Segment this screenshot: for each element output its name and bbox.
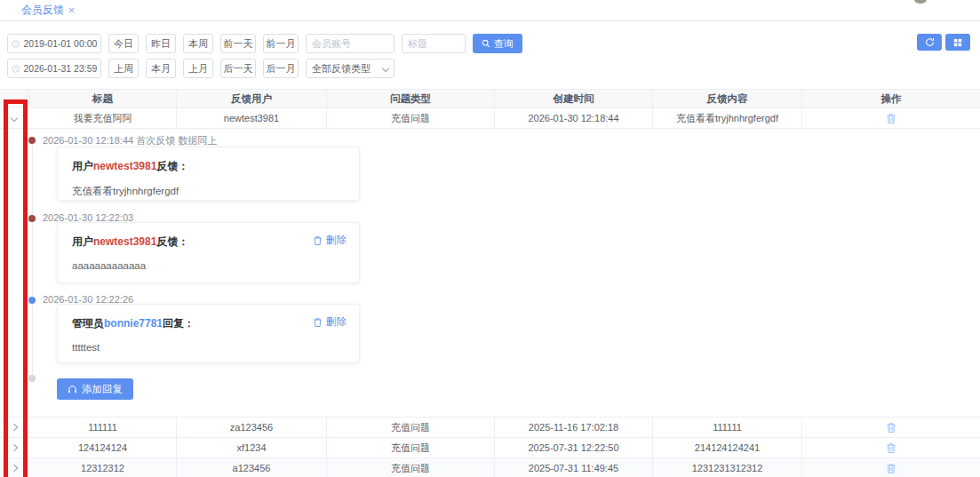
expand-toggle[interactable]	[0, 458, 29, 477]
clock-icon	[12, 64, 20, 74]
expand-toggle[interactable]	[0, 438, 29, 457]
quick-yesterday-button[interactable]: 昨日	[146, 34, 176, 53]
add-reply-label: 添加回复	[82, 383, 123, 396]
delete-label: 删除	[326, 234, 347, 247]
search-button[interactable]: 查询	[473, 34, 522, 53]
role-label: 用户	[72, 235, 93, 248]
chevron-down-icon	[11, 115, 18, 122]
row-actions	[802, 458, 980, 477]
timeline-time: 2026-01-30 12:18:44 首次反馈 数据同上	[43, 134, 217, 147]
quick-last-month-button[interactable]: 上月	[183, 59, 213, 78]
delete-reply-button[interactable]: 删除	[313, 315, 347, 329]
quick-this-month-button[interactable]: 本月	[146, 59, 176, 78]
end-date-input[interactable]	[7, 59, 101, 78]
filter-row-2: 上周 本月 上月 后一天 后一月 全部反馈类型	[7, 59, 973, 78]
row-user: xf1234	[177, 438, 327, 457]
tab-label: 会员反馈	[21, 3, 64, 18]
quick-last-week-button[interactable]: 上周	[108, 59, 139, 78]
row-actions	[802, 438, 980, 457]
member-feedback-page: 会员反馈 × 今日 昨日 本周 前一天 前一月 查询	[0, 0, 980, 477]
quick-today-button[interactable]: 今日	[108, 34, 139, 53]
row-created: 2025-11-16 17:02:18	[495, 417, 653, 437]
row-created: 2025-07-31 11:49:45	[495, 458, 653, 477]
chevron-down-icon	[382, 65, 389, 72]
row-created: 2026-01-30 12:18:44	[495, 108, 653, 128]
card-content: aaaaaaaaaaaaa	[72, 260, 345, 271]
filter-bar: 今日 昨日 本周 前一天 前一月 查询	[7, 34, 973, 83]
clock-icon	[12, 39, 20, 49]
table-row-expanded[interactable]: 我要充值阿阿 newtest3981 充值问题 2026-01-30 12:18…	[0, 108, 980, 129]
search-button-label: 查询	[494, 37, 514, 51]
row-type: 充值问题	[327, 438, 495, 457]
header-type: 问题类型	[327, 90, 495, 107]
delete-icon[interactable]	[886, 463, 896, 474]
title-input[interactable]	[408, 38, 459, 49]
grid-icon	[953, 38, 962, 47]
table-row[interactable]: 12312312 a123456 充值问题 2025-07-31 11:49:4…	[0, 458, 980, 477]
title-field[interactable]	[402, 34, 466, 53]
row-actions	[802, 108, 980, 128]
row-content: 214124124241	[653, 438, 802, 457]
refresh-button[interactable]	[917, 34, 942, 51]
delete-label: 删除	[326, 315, 347, 329]
reply-card: 管理员bonnie7781回复： tttttest 删除	[57, 304, 360, 363]
feedback-type-select[interactable]: 全部反馈类型	[306, 59, 394, 78]
add-reply-button[interactable]: 添加回复	[57, 378, 133, 400]
delete-icon[interactable]	[886, 422, 896, 433]
feedback-card: 用户newtest3981反馈： aaaaaaaaaaaaa 删除	[57, 222, 360, 283]
headset-icon	[68, 385, 77, 394]
row-content: 111111	[653, 417, 802, 437]
delete-icon	[313, 317, 323, 328]
member-account-input[interactable]	[312, 38, 388, 49]
header-title: 标题	[29, 90, 177, 107]
action-label: 反馈：	[156, 160, 188, 172]
end-date-value[interactable]	[23, 63, 97, 74]
timeline-dot-feedback	[28, 137, 36, 144]
collapse-toggle[interactable]	[0, 108, 29, 128]
chevron-right-icon	[11, 465, 18, 472]
timeline-line	[32, 143, 33, 379]
delete-icon[interactable]	[886, 442, 896, 454]
delete-icon	[313, 235, 323, 246]
search-icon	[482, 39, 490, 48]
row-user: za123456	[177, 417, 327, 437]
quick-next-month-button[interactable]: 后一月	[263, 59, 299, 78]
table-row[interactable]: 111111 za123456 充值问题 2025-11-16 17:02:18…	[0, 417, 980, 438]
quick-prev-month-button[interactable]: 前一月	[263, 34, 299, 53]
tab-close-icon[interactable]: ×	[68, 5, 75, 16]
feedback-type-value: 全部反馈类型	[312, 62, 370, 76]
filter-row-1: 今日 昨日 本周 前一天 前一月 查询	[7, 34, 973, 53]
start-date-input[interactable]	[7, 34, 101, 53]
row-type: 充值问题	[327, 417, 495, 437]
row-title: 111111	[29, 417, 177, 437]
feedback-thread-panel: 2026-01-30 12:18:44 首次反馈 数据同上 用户newtest3…	[0, 129, 980, 417]
username: bonnie7781	[104, 317, 163, 330]
timeline-dot-pending	[28, 375, 36, 382]
header-actions: 操作	[802, 90, 980, 107]
refresh-icon	[925, 37, 935, 47]
header-created: 创建时间	[495, 90, 653, 107]
row-actions	[802, 417, 980, 437]
table-row[interactable]: 124124124 xf1234 充值问题 2025-07-31 12:22:5…	[0, 438, 980, 458]
row-title: 我要充值阿阿	[29, 108, 177, 128]
row-created: 2025-07-31 12:22:50	[495, 438, 653, 457]
timeline-dot-feedback	[28, 215, 36, 222]
card-content: tttttest	[72, 342, 345, 353]
row-type: 充值问题	[327, 458, 495, 477]
quick-this-week-button[interactable]: 本周	[183, 34, 213, 53]
header-user: 反馈用户	[177, 90, 327, 107]
row-user: a123456	[177, 458, 327, 477]
column-settings-button[interactable]	[945, 34, 970, 51]
quick-next-day-button[interactable]: 后一天	[220, 59, 256, 78]
member-account-field[interactable]	[306, 34, 394, 53]
quick-prev-day-button[interactable]: 前一天	[220, 34, 256, 53]
start-date-value[interactable]	[23, 38, 97, 49]
chevron-right-icon	[11, 424, 18, 431]
delete-reply-button[interactable]: 删除	[313, 234, 347, 247]
expand-toggle[interactable]	[0, 417, 29, 437]
tab-member-feedback[interactable]: 会员反馈 ×	[21, 3, 75, 18]
card-title: 用户newtest3981反馈：	[72, 235, 345, 250]
table-tools	[917, 34, 970, 51]
delete-icon[interactable]	[886, 113, 896, 124]
card-title: 管理员bonnie7781回复：	[72, 316, 345, 331]
